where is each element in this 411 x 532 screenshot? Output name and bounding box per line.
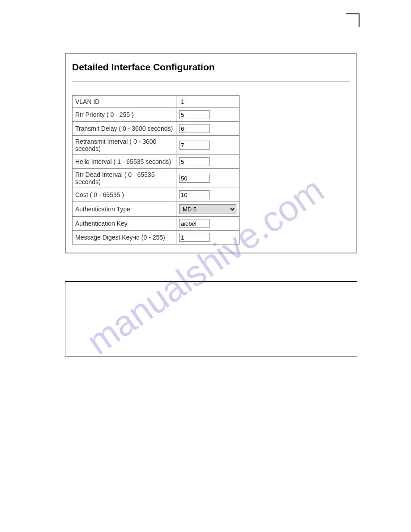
hello-interval-input[interactable]: [179, 157, 210, 166]
row-value-rtr-priority: [176, 108, 240, 122]
table-row: Authentication Type MD 5: [73, 202, 240, 217]
row-value-auth-key: [176, 217, 240, 231]
row-label-message-digest: Message Digest Key-id (0 - 255): [73, 231, 176, 245]
row-value-vlan-id: 1: [176, 96, 240, 108]
row-label-auth-key: Authentication Key: [73, 217, 176, 231]
row-value-hello-interval: [176, 155, 240, 169]
row-value-retransmit-interval: [176, 136, 240, 155]
retransmit-interval-input[interactable]: [179, 141, 210, 150]
row-label-rtr-priority: Rtr Priority ( 0 - 255 ): [73, 108, 176, 122]
auth-type-select[interactable]: MD 5: [179, 204, 236, 214]
rtr-dead-interval-input[interactable]: [179, 174, 210, 183]
cost-input[interactable]: [179, 190, 210, 199]
row-value-auth-type: MD 5: [176, 202, 240, 217]
table-row: Rtr Dead Interval ( 0 - 65535 seconds): [73, 169, 240, 188]
row-label-retransmit-interval: Retransmit Interval ( 0 - 3600 seconds): [73, 136, 176, 155]
table-row: Hello Interval ( 1 - 65535 seconds): [73, 155, 240, 169]
table-row: Authentication Key: [73, 217, 240, 231]
table-row: Message Digest Key-id (0 - 255): [73, 231, 240, 245]
transmit-delay-input[interactable]: [179, 124, 210, 133]
crop-mark: [346, 13, 360, 27]
row-label-auth-type: Authentication Type: [73, 202, 176, 217]
message-digest-input[interactable]: [179, 233, 210, 242]
row-value-cost: [176, 188, 240, 202]
table-row: Transmit Delay ( 0 - 3600 seconds): [73, 122, 240, 136]
table-row: VLAN ID 1: [73, 96, 240, 108]
auth-key-input[interactable]: [179, 219, 210, 228]
rtr-priority-input[interactable]: [179, 110, 210, 119]
row-label-cost: Cost ( 0 - 65535 ): [73, 188, 176, 202]
table-row: Cost ( 0 - 65535 ): [73, 188, 240, 202]
row-label-vlan-id: VLAN ID: [73, 96, 176, 108]
panel-divider: [72, 82, 350, 82]
row-value-rtr-dead-interval: [176, 169, 240, 188]
row-value-transmit-delay: [176, 122, 240, 136]
row-value-message-digest: [176, 231, 240, 245]
config-panel: Detailed Interface Configuration VLAN ID…: [65, 53, 357, 253]
empty-panel: [65, 281, 357, 356]
row-label-rtr-dead-interval: Rtr Dead Interval ( 0 - 65535 seconds): [73, 169, 176, 188]
panel-title: Detailed Interface Configuration: [72, 62, 350, 73]
table-row: Rtr Priority ( 0 - 255 ): [73, 108, 240, 122]
row-label-hello-interval: Hello Interval ( 1 - 65535 seconds): [73, 155, 176, 169]
config-table: VLAN ID 1 Rtr Priority ( 0 - 255 ) Trans…: [72, 95, 240, 245]
vlan-id-value: 1: [179, 98, 184, 105]
row-label-transmit-delay: Transmit Delay ( 0 - 3600 seconds): [73, 122, 176, 136]
table-row: Retransmit Interval ( 0 - 3600 seconds): [73, 136, 240, 155]
